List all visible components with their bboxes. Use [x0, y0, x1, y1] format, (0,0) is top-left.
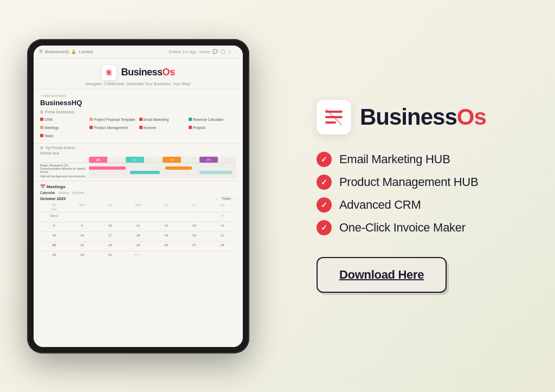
cal-week-1: Oct 1 7 — [40, 212, 236, 222]
calendar-section: 📅 Meetings Calendar History Archive Octo… — [34, 181, 243, 264]
cal-icon: 📅 — [40, 184, 46, 189]
cal-day-17: 17 — [96, 232, 124, 241]
star-icon: ☆ — [228, 49, 231, 54]
link-tasks[interactable]: Tasks — [40, 133, 88, 139]
cal-day-nov3 — [180, 251, 209, 261]
cal-day-25: 25 — [124, 241, 152, 251]
marketing-side: BusinessOs Email Marketing HUB Product M… — [317, 100, 522, 293]
gantt-bar-1 — [89, 166, 126, 170]
cal-nav: ‹ Today › — [216, 196, 236, 201]
gantt-bar-2 — [130, 171, 159, 174]
link-email-marketing[interactable]: Email Marketing — [139, 117, 187, 123]
links-row3: Tasks — [40, 133, 236, 139]
gantt-label-text: Top Priority Actions — [45, 146, 75, 150]
weekday-wed: Wed — [124, 203, 152, 207]
gantt-view-row: Default view — [40, 151, 236, 155]
gantt-day-hp: HP — [89, 157, 107, 163]
link-crm[interactable]: CRM — [40, 117, 88, 123]
cal-day-oct1: Oct 1 — [40, 212, 68, 222]
dot-orange-2 — [40, 126, 43, 129]
link-revenue[interactable]: Revenue Calculator — [189, 117, 236, 123]
gantt-task-2: Add all background documents. — [40, 174, 89, 178]
brand-svg-icon — [323, 106, 345, 128]
dot-red-4 — [139, 126, 143, 129]
gantt-day-p1 — [107, 157, 126, 163]
tablet-frame: ☰ BusinessHQ 🔒 Locked Edited 1m ago Shar… — [27, 39, 249, 354]
app-tagline: Navigate, Collaborate, Dominate Your Bus… — [39, 82, 237, 86]
cal-day-27: 27 — [180, 241, 209, 251]
tab-history[interactable]: History — [59, 191, 69, 195]
cal-day-8: 8 — [40, 222, 68, 232]
cal-day-12: 12 — [152, 222, 180, 232]
lock-icon: 🔒 — [71, 49, 76, 54]
check-icon-2 — [317, 175, 332, 190]
cal-header-row: 📅 Meetings — [40, 184, 236, 189]
notion-topbar: ☰ BusinessHQ 🔒 Locked Edited 1m ago Shar… — [34, 46, 243, 59]
brand-name-os: Os — [457, 104, 486, 130]
tab-archive[interactable]: Archive — [73, 191, 85, 195]
weekday-tue: Tue — [96, 203, 124, 207]
gantt-bars — [89, 163, 236, 178]
cal-month-row: October 2023 ‹ Today › — [40, 196, 236, 201]
cal-day-20: 20 — [180, 232, 209, 241]
small-logo-icon — [101, 65, 117, 80]
breadcrumb: BusinessHQ — [45, 49, 69, 54]
brand-name: BusinessOs — [360, 106, 486, 128]
cal-week-2: 8 9 10 11 12 13 14 — [40, 222, 236, 232]
weekday-sat: Sat — [208, 203, 236, 207]
cal-week-4: 22 23 24 25 26 27 28 — [40, 241, 236, 251]
cal-day-nov4 — [208, 251, 236, 261]
check-icon-3 — [317, 197, 332, 213]
gantt-bars-area: HP P2 P3 P4 7 — [89, 157, 236, 178]
cal-day-w1-2 — [68, 212, 96, 222]
cal-day-13: 13 — [180, 222, 209, 232]
cal-day-10: 10 — [96, 222, 124, 232]
cal-day-14: 14 — [208, 222, 236, 232]
dot-orange-1 — [89, 118, 93, 121]
tab-calendar[interactable]: Calendar — [40, 191, 55, 195]
link-meetings[interactable]: Meetings — [40, 125, 88, 131]
gantt-day-p5 — [181, 157, 199, 163]
cal-tabs: Calendar History Archive — [40, 191, 236, 195]
link-project-proposal[interactable]: Project Proposal Template — [89, 117, 137, 123]
dot-red-2 — [139, 118, 143, 121]
cal-day-23: 23 — [68, 241, 96, 251]
check-icon-4 — [317, 220, 332, 235]
cal-day-18: 18 — [124, 232, 152, 241]
link-product-label: Product Management — [94, 126, 127, 130]
gantt-bar-3 — [165, 166, 192, 170]
gantt-day-p4: P3 — [163, 157, 181, 163]
cal-grid: Oct Mon Tue Wed Thu Fri Sat Sun — [40, 203, 236, 261]
link-projects[interactable]: Projects — [189, 125, 236, 131]
cal-day-28: 28 — [208, 241, 236, 251]
dot-red-1 — [40, 118, 43, 121]
link-projects-label: Projects — [193, 126, 205, 130]
feature-text-2: Product Management HUB — [339, 175, 478, 189]
cal-prev[interactable]: ‹ — [216, 197, 217, 201]
feature-item-4: One-Click Invoice Maker — [317, 220, 522, 235]
gantt-day-p2: P2 — [126, 157, 144, 163]
gantt-bar-4 — [199, 171, 232, 174]
dot-green-1 — [189, 118, 192, 121]
cal-day-15: 15 — [40, 232, 68, 241]
cal-next[interactable]: › — [235, 197, 236, 201]
tablet-screen: ☰ BusinessHQ 🔒 Locked Edited 1m ago Shar… — [34, 46, 243, 347]
links-row2: Meetings Product Management Invoices — [40, 125, 236, 131]
link-invoices-label: Invoices — [144, 126, 157, 130]
gantt-icon: ⊞ — [40, 146, 43, 150]
app-name-small: BusinessOs — [121, 67, 175, 78]
app-header-inside: BusinessOs Navigate, Collaborate, Domina… — [34, 59, 243, 89]
cal-day-7: 7 — [208, 212, 236, 222]
gantt-label: ⊞ Top Priority Actions — [40, 146, 236, 150]
link-product-mgmt[interactable]: Product Management — [89, 125, 137, 131]
cal-day-11: 11 — [124, 222, 152, 232]
feature-list: Email Marketing HUB Product Management H… — [317, 152, 522, 235]
download-button[interactable]: Download Here — [317, 257, 447, 293]
gantt-day-7: 7 — [218, 157, 236, 163]
portal-icon: ⊞ — [40, 110, 43, 114]
cal-day-9: 9 — [68, 222, 96, 232]
menu-icon: ☰ — [39, 49, 43, 54]
cal-today-btn[interactable]: Today — [220, 196, 233, 201]
link-invoices[interactable]: Invoices — [139, 125, 187, 131]
topbar-right: Edited 1m ago Share 💬 🕐 ☆ ··· — [169, 49, 237, 54]
